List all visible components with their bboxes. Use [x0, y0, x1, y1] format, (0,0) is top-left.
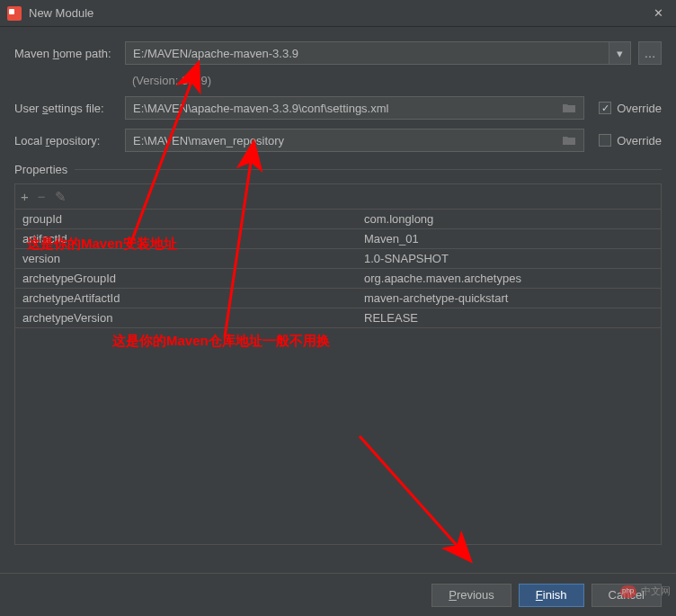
properties-label: Properties — [14, 163, 67, 176]
table-row[interactable]: artifactId Maven_01 — [15, 229, 661, 249]
local-repo-value: E:\MAVEN\maven_repository — [133, 134, 284, 147]
user-settings-override-wrap[interactable]: Override — [599, 102, 662, 115]
php-logo-icon — [620, 585, 636, 598]
local-repo-input[interactable]: E:\MAVEN\maven_repository — [125, 129, 584, 152]
watermark: 中文网 — [620, 585, 671, 598]
folder-icon — [562, 103, 576, 113]
add-icon[interactable]: + — [21, 189, 29, 204]
local-repo-override-checkbox[interactable] — [599, 134, 611, 147]
user-settings-label: User settings file: — [14, 102, 118, 115]
finish-label: inish — [543, 588, 567, 602]
ellipsis-icon: … — [645, 47, 656, 60]
user-settings-override-checkbox[interactable] — [599, 102, 611, 114]
maven-home-input[interactable]: E:/MAVEN/apache-maven-3.3.9 — [125, 41, 609, 65]
close-icon[interactable]: ✕ — [647, 3, 669, 24]
prop-key: archetypeVersion — [15, 311, 357, 325]
edit-icon[interactable]: ✎ — [55, 189, 67, 205]
maven-home-browse-button[interactable]: … — [638, 41, 662, 65]
folder-icon — [562, 135, 576, 146]
local-repo-label: Local repository: — [14, 134, 118, 147]
prop-key: archetypeGroupId — [15, 272, 357, 285]
prop-key: version — [15, 252, 357, 265]
prop-key: artifactId — [15, 232, 357, 246]
user-settings-row: User settings file: E:\MAVEN\apache-mave… — [14, 96, 662, 120]
table-row[interactable]: archetypeArtifactId maven-archetype-quic… — [15, 289, 661, 308]
prop-val: com.longlong — [357, 212, 661, 226]
prop-key: archetypeArtifactId — [15, 291, 357, 305]
maven-home-input-wrap: E:/MAVEN/apache-maven-3.3.9 ▾ — [125, 41, 631, 65]
prop-key: groupId — [15, 212, 357, 226]
prop-val: 1.0-SNAPSHOT — [357, 252, 661, 265]
watermark-text: 中文网 — [641, 585, 671, 596]
table-empty-area — [15, 328, 661, 544]
chevron-down-icon: ▾ — [617, 47, 623, 60]
maven-version-text: (Version: 3.3.9) — [132, 74, 662, 87]
maven-home-dropdown[interactable]: ▾ — [609, 41, 631, 65]
titlebar: New Module ✕ — [0, 0, 676, 27]
user-settings-override-label: Override — [617, 102, 662, 115]
user-settings-input[interactable]: E:\MAVEN\apache-maven-3.3.9\conf\setting… — [125, 96, 584, 120]
user-settings-value: E:\MAVEN\apache-maven-3.3.9\conf\setting… — [133, 102, 388, 115]
table-row[interactable]: groupId com.longlong — [15, 210, 661, 229]
previous-label: revious — [457, 588, 494, 602]
content-area: Maven home path: E:/MAVEN/apache-maven-3… — [0, 27, 676, 552]
local-repo-row: Local repository: E:\MAVEN\maven_reposit… — [14, 129, 662, 152]
properties-toolbar: + − ✎ — [15, 184, 661, 210]
table-row[interactable]: version 1.0-SNAPSHOT — [15, 249, 661, 269]
window-title: New Module — [29, 6, 647, 20]
previous-button[interactable]: Previous — [431, 584, 511, 607]
prop-val: maven-archetype-quickstart — [357, 291, 661, 305]
finish-button[interactable]: Finish — [519, 584, 584, 607]
local-repo-override-wrap[interactable]: Override — [599, 134, 662, 147]
prop-val: org.apache.maven.archetypes — [357, 272, 661, 285]
prop-val: RELEASE — [357, 311, 661, 325]
properties-header: Properties — [14, 163, 662, 176]
maven-home-label: Maven home path: — [14, 47, 118, 60]
footer: Previous Finish Cancel — [0, 573, 676, 616]
divider — [75, 169, 662, 170]
properties-table: groupId com.longlong artifactId Maven_01… — [15, 210, 661, 544]
maven-home-row: Maven home path: E:/MAVEN/apache-maven-3… — [14, 41, 662, 65]
table-row[interactable]: archetypeGroupId org.apache.maven.archet… — [15, 269, 661, 289]
properties-panel: + − ✎ groupId com.longlong artifactId Ma… — [14, 183, 662, 545]
remove-icon[interactable]: − — [38, 189, 46, 204]
prop-val: Maven_01 — [357, 232, 661, 246]
local-repo-override-label: Override — [617, 134, 662, 147]
intellij-icon — [7, 6, 22, 21]
maven-home-value: E:/MAVEN/apache-maven-3.3.9 — [133, 47, 298, 60]
table-row[interactable]: archetypeVersion RELEASE — [15, 308, 661, 328]
